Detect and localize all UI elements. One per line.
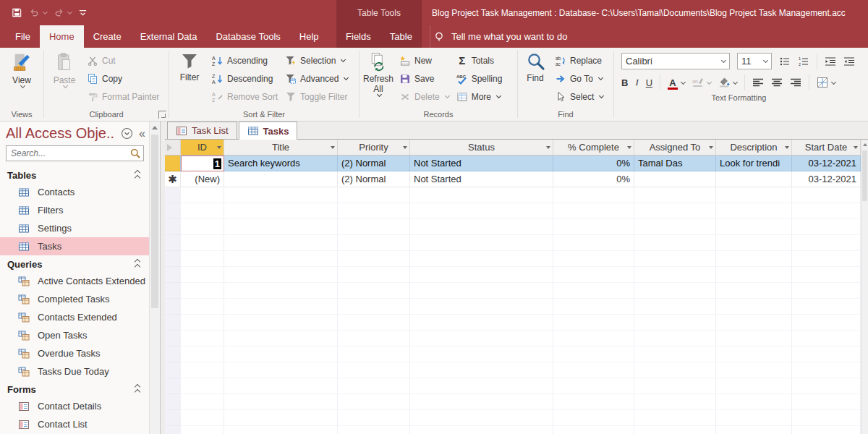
tell-me-box[interactable]: Tell me what you want to do: [430, 25, 567, 48]
align-right-button[interactable]: [790, 77, 801, 88]
column-dropdown-icon[interactable]: [217, 146, 221, 151]
column-dropdown-icon[interactable]: [331, 146, 335, 151]
sidebar-item-tasks-due-today[interactable]: Tasks Due Today: [0, 362, 150, 380]
undo-icon[interactable]: [29, 7, 47, 18]
find-button[interactable]: Find: [519, 49, 551, 83]
decrease-indent-button[interactable]: [843, 56, 855, 67]
column-header-complete[interactable]: % Complete: [553, 140, 634, 156]
navigation-search-input[interactable]: [7, 148, 129, 158]
column-dropdown-icon[interactable]: [785, 146, 789, 151]
shutter-bar-close-icon[interactable]: «: [139, 129, 145, 139]
cell-status[interactable]: Not Started: [410, 156, 553, 171]
scroll-up-icon[interactable]: [861, 140, 868, 150]
font-size-combobox[interactable]: 11: [737, 53, 772, 69]
tab-create[interactable]: Create: [84, 25, 131, 48]
advanced-button[interactable]: Advanced: [281, 69, 352, 88]
replace-button[interactable]: abac Replace: [551, 51, 607, 69]
more-button[interactable]: More: [453, 88, 506, 106]
tab-database-tools[interactable]: Database Tools: [206, 25, 289, 48]
ascending-button[interactable]: AZ Ascending: [208, 51, 281, 69]
sidebar-item-completed-tasks[interactable]: Completed Tasks: [0, 290, 150, 308]
sidebar-item-filters[interactable]: Filters: [0, 201, 150, 219]
go-to-button[interactable]: Go To: [551, 69, 607, 88]
gridlines-button[interactable]: [817, 77, 835, 88]
column-dropdown-icon[interactable]: [709, 146, 713, 151]
column-dropdown-icon[interactable]: [546, 146, 550, 151]
clipboard-dialog-launcher-icon[interactable]: [158, 111, 166, 119]
copy-button[interactable]: Copy: [83, 69, 163, 88]
font-name-combobox[interactable]: Calibri: [621, 53, 730, 69]
underline-button[interactable]: U: [646, 77, 652, 88]
cut-button[interactable]: Cut: [83, 51, 163, 69]
tab-fields[interactable]: Fields: [336, 25, 380, 48]
cell-description[interactable]: Look for trendi: [716, 156, 792, 171]
tab-table[interactable]: Table: [380, 25, 422, 48]
sidebar-item-overdue-tasks[interactable]: Overdue Tasks: [0, 344, 150, 362]
nav-section-queries[interactable]: Queries: [0, 255, 150, 272]
increase-indent-button[interactable]: [825, 56, 836, 67]
cell-complete[interactable]: 0%: [553, 156, 634, 171]
cell-assigned-to[interactable]: Tamal Das: [634, 156, 716, 171]
customize-quick-access-toolbar-icon[interactable]: [78, 8, 88, 17]
cell-priority[interactable]: (2) Normal: [338, 156, 410, 171]
navigation-pane-menu-icon[interactable]: [121, 127, 133, 140]
cell-status[interactable]: Not Started: [410, 171, 553, 187]
nav-section-forms[interactable]: Forms: [0, 380, 150, 397]
tab-help[interactable]: Help: [290, 25, 328, 48]
italic-button[interactable]: I: [635, 77, 638, 88]
align-center-button[interactable]: [771, 77, 783, 88]
navigation-pane-scrollbar[interactable]: [149, 122, 160, 434]
refresh-all-button[interactable]: Refresh All: [361, 49, 396, 96]
tab-home[interactable]: Home: [40, 25, 84, 48]
cell-description[interactable]: [716, 171, 792, 187]
column-header-id[interactable]: ID: [181, 140, 224, 156]
font-color-button[interactable]: A: [668, 77, 684, 88]
redo-icon[interactable]: [54, 7, 72, 18]
sidebar-item-contact-list[interactable]: Contact List: [0, 415, 150, 433]
search-icon[interactable]: [129, 148, 141, 159]
column-header-status[interactable]: Status: [410, 140, 553, 156]
format-painter-button[interactable]: Format Painter: [83, 88, 163, 106]
cell-priority[interactable]: (2) Normal: [338, 171, 410, 187]
totals-button[interactable]: Σ Totals: [453, 51, 506, 69]
spelling-button[interactable]: ABC Spelling: [453, 69, 506, 88]
cell-id[interactable]: 1: [181, 156, 224, 171]
scroll-up-icon[interactable]: [150, 122, 160, 134]
highlight-color-button[interactable]: ab: [692, 77, 711, 88]
column-header-title[interactable]: Title: [224, 140, 338, 156]
sidebar-item-contacts-extended[interactable]: Contacts Extended: [0, 308, 150, 326]
nav-section-tables[interactable]: Tables: [0, 166, 150, 183]
sidebar-item-settings[interactable]: Settings: [0, 219, 150, 237]
cell-assigned-to[interactable]: [634, 171, 716, 187]
tab-file[interactable]: File: [6, 25, 40, 48]
column-header-priority[interactable]: Priority: [338, 140, 410, 156]
cell-title[interactable]: Search keywords: [224, 156, 338, 171]
select-all-cell[interactable]: [165, 140, 181, 156]
column-dropdown-icon[interactable]: [627, 146, 631, 151]
sidebar-item-tasks[interactable]: Tasks: [0, 237, 150, 255]
new-row-selector[interactable]: ✱: [165, 171, 181, 187]
background-color-button[interactable]: [718, 77, 737, 88]
numbering-button[interactable]: 12: [798, 56, 809, 67]
paste-button[interactable]: Paste: [46, 49, 83, 88]
sidebar-item-contacts[interactable]: Contacts: [0, 183, 150, 201]
doc-tab-task-list[interactable]: Task List: [167, 122, 237, 139]
scrollbar-thumb[interactable]: [151, 135, 158, 308]
delete-record-button[interactable]: Delete: [396, 88, 453, 106]
column-dropdown-icon[interactable]: [403, 146, 407, 151]
align-left-button[interactable]: [752, 77, 764, 88]
column-dropdown-icon[interactable]: [854, 146, 858, 151]
column-header-assigned-to[interactable]: Assigned To: [634, 140, 716, 156]
bold-button[interactable]: B: [621, 77, 628, 88]
tab-external-data[interactable]: External Data: [131, 25, 207, 48]
new-record-button[interactable]: New: [396, 51, 453, 69]
cell-id[interactable]: (New): [181, 171, 224, 187]
datasheet-vertical-scrollbar[interactable]: [861, 140, 868, 434]
save-record-button[interactable]: Save: [396, 69, 453, 88]
selection-button[interactable]: Selection: [281, 51, 352, 69]
filter-button[interactable]: Filter: [171, 49, 208, 82]
select-button[interactable]: Select: [551, 88, 607, 106]
scrollbar-thumb[interactable]: [862, 150, 867, 201]
navigation-search-box[interactable]: [6, 145, 144, 161]
cell-title[interactable]: [224, 171, 338, 187]
